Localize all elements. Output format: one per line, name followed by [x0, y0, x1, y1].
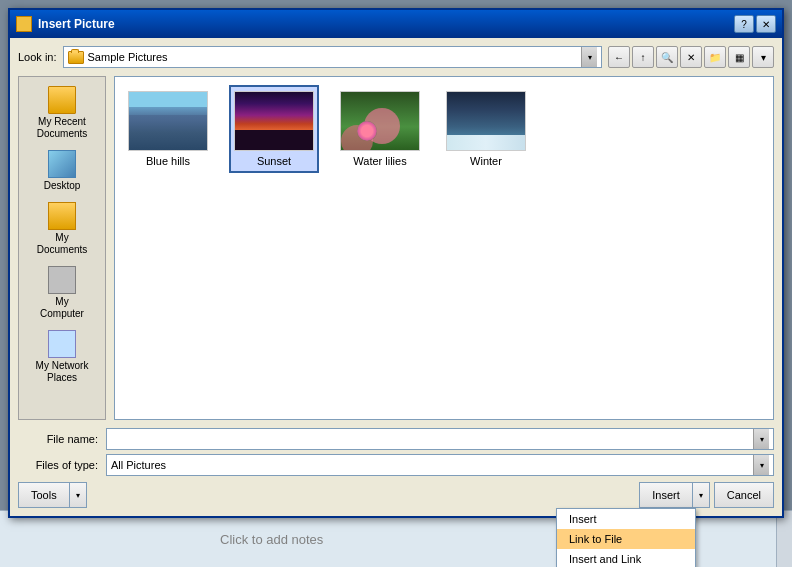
dropdown-item-link-to-file[interactable]: Link to File [557, 529, 695, 549]
file-type-input[interactable]: All Pictures ▾ [106, 454, 774, 476]
tools-button[interactable]: Tools ▾ [18, 482, 87, 508]
up-button[interactable]: ↑ [632, 46, 654, 68]
cancel-button[interactable]: Cancel [714, 482, 774, 508]
look-in-label: Look in: [18, 51, 57, 63]
thumbnail-winter [446, 91, 526, 151]
file-item-blue-hills[interactable]: Blue hills [123, 85, 213, 173]
button-row: Tools ▾ Insert ▾ Cancel Insert Link to F… [18, 482, 774, 508]
insert-split-button[interactable]: Insert ▾ [639, 482, 710, 508]
insert-picture-dialog: Insert Picture ? ✕ Look in: Sample Pictu… [8, 8, 784, 518]
views-arrow-button[interactable]: ▾ [752, 46, 774, 68]
sidebar-item-my-documents[interactable]: MyDocuments [19, 197, 105, 261]
file-name-row: File name: ▾ [18, 428, 774, 450]
filename-blue-hills: Blue hills [146, 155, 190, 167]
recent-docs-icon [48, 86, 76, 114]
file-name-input[interactable]: ▾ [106, 428, 774, 450]
look-in-value: Sample Pictures [88, 51, 577, 63]
desktop-icon [48, 150, 76, 178]
thumbnail-sunset [234, 91, 314, 151]
sidebar-item-network-places[interactable]: My NetworkPlaces [19, 325, 105, 389]
thumbnail-water-lilies [340, 91, 420, 151]
title-bar: Insert Picture ? ✕ [10, 10, 782, 38]
my-documents-icon [48, 202, 76, 230]
network-places-icon [48, 330, 76, 358]
back-button[interactable]: ← [608, 46, 630, 68]
folder-icon [68, 51, 84, 64]
close-button[interactable]: ✕ [756, 15, 776, 33]
file-type-value: All Pictures [111, 459, 166, 471]
sidebar-item-desktop[interactable]: Desktop [19, 145, 105, 197]
file-item-water-lilies[interactable]: Water lilies [335, 85, 425, 173]
filename-water-lilies: Water lilies [353, 155, 406, 167]
file-item-sunset[interactable]: Sunset [229, 85, 319, 173]
file-area[interactable]: Blue hills Sunset Water lilies Winter [114, 76, 774, 420]
title-bar-left: Insert Picture [16, 16, 115, 32]
title-buttons: ? ✕ [734, 15, 776, 33]
insert-main-button[interactable]: Insert [639, 482, 692, 508]
look-in-bar: Look in: Sample Pictures ▾ ← ↑ 🔍 ✕ 📁 ▦ ▾ [18, 46, 774, 68]
look-in-dropdown-arrow[interactable]: ▾ [581, 47, 597, 67]
help-button[interactable]: ? [734, 15, 754, 33]
file-type-dropdown-arrow[interactable]: ▾ [753, 455, 769, 475]
toolbar-buttons: ← ↑ 🔍 ✕ 📁 ▦ ▾ [608, 46, 774, 68]
delete-button[interactable]: ✕ [680, 46, 702, 68]
file-item-winter[interactable]: Winter [441, 85, 531, 173]
file-name-dropdown-arrow[interactable]: ▾ [753, 429, 769, 449]
sidebar-item-recent-docs[interactable]: My RecentDocuments [19, 81, 105, 145]
sidebar-label-my-documents: MyDocuments [37, 232, 88, 256]
dropdown-item-insert-and-link[interactable]: Insert and Link [557, 549, 695, 567]
sidebar-label-recent-docs: My RecentDocuments [37, 116, 88, 140]
insert-arrow-button[interactable]: ▾ [692, 482, 710, 508]
sidebar: My RecentDocuments Desktop MyDocuments M… [18, 76, 106, 420]
dialog-title: Insert Picture [38, 17, 115, 31]
file-name-label: File name: [18, 433, 98, 445]
sidebar-label-desktop: Desktop [44, 180, 81, 192]
tools-arrow-button[interactable]: ▾ [69, 482, 87, 508]
views-button[interactable]: ▦ [728, 46, 750, 68]
look-in-combo[interactable]: Sample Pictures ▾ [63, 46, 602, 68]
dialog-content: Look in: Sample Pictures ▾ ← ↑ 🔍 ✕ 📁 ▦ ▾ [10, 38, 782, 516]
bottom-controls: File name: ▾ Files of type: All Pictures… [18, 428, 774, 508]
filename-winter: Winter [470, 155, 502, 167]
ppt-scrollbar[interactable] [776, 511, 792, 567]
my-computer-icon [48, 266, 76, 294]
dialog-icon [16, 16, 32, 32]
dropdown-item-insert[interactable]: Insert [557, 509, 695, 529]
search-web-button[interactable]: 🔍 [656, 46, 678, 68]
sidebar-item-my-computer[interactable]: MyComputer [19, 261, 105, 325]
file-type-row: Files of type: All Pictures ▾ [18, 454, 774, 476]
filename-sunset: Sunset [257, 155, 291, 167]
sidebar-label-network-places: My NetworkPlaces [36, 360, 89, 384]
notes-placeholder: Click to add notes [220, 532, 323, 547]
sidebar-label-my-computer: MyComputer [40, 296, 84, 320]
tools-main-button[interactable]: Tools [18, 482, 69, 508]
main-area: My RecentDocuments Desktop MyDocuments M… [18, 76, 774, 420]
file-type-label: Files of type: [18, 459, 98, 471]
new-folder-button[interactable]: 📁 [704, 46, 726, 68]
thumbnail-blue-hills [128, 91, 208, 151]
insert-dropdown-menu: Insert Link to File Insert and Link [556, 508, 696, 567]
